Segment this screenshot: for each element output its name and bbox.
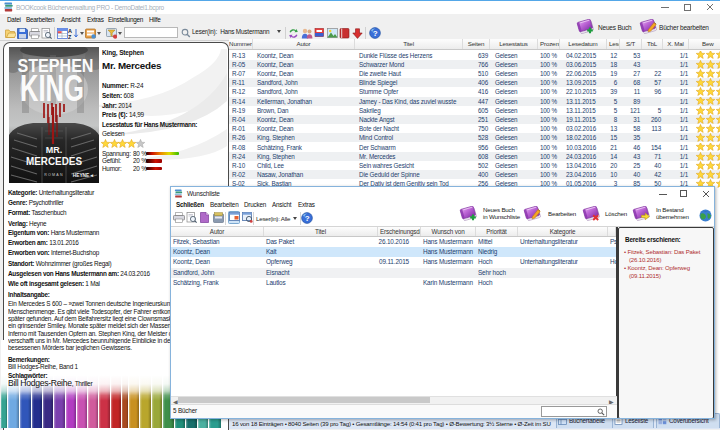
svg-text:KING: KING	[20, 68, 84, 109]
svg-text:?: ?	[305, 214, 310, 223]
svg-text:HEYNE◄: HEYNE◄	[73, 173, 94, 178]
svg-text:MERCEDES: MERCEDES	[26, 155, 82, 167]
svg-text:ROMAN: ROMAN	[44, 173, 63, 177]
svg-text:MR.: MR.	[46, 145, 63, 155]
